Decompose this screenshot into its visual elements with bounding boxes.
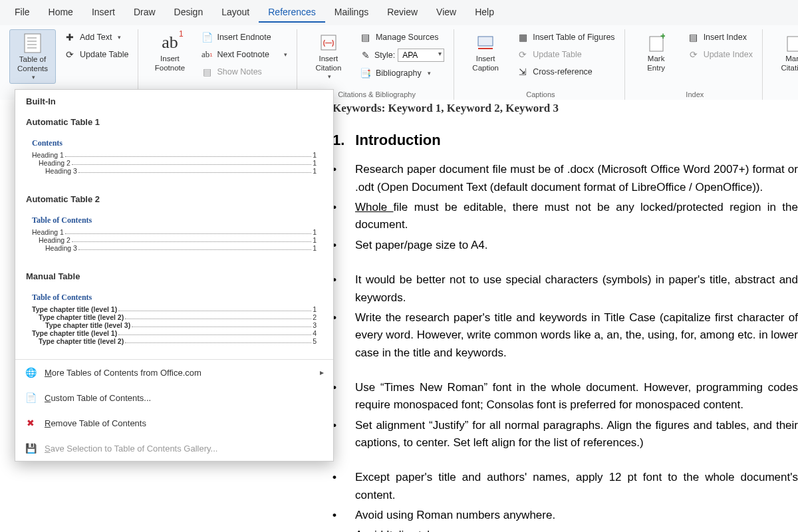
insert-index-button[interactable]: ▤Insert Index — [684, 29, 757, 45]
link-whole[interactable]: Whole — [355, 201, 394, 213]
mark-entry-button[interactable]: + Mark Entry — [633, 29, 680, 76]
tab-review[interactable]: Review — [378, 3, 427, 23]
svg-text:+: + — [660, 33, 665, 41]
chevron-down-icon: ▾ — [118, 34, 121, 41]
table-of-contents-button[interactable]: Table of Contents▾ — [9, 29, 56, 84]
toc-gallery-header: Built-In — [15, 90, 333, 112]
toc-item-auto2[interactable]: Automatic Table 2 Table of Contents Head… — [15, 189, 333, 266]
mark-entry-icon: + — [646, 32, 667, 53]
svg-text:(—): (—) — [323, 39, 334, 47]
sources-icon: ▤ — [360, 31, 372, 43]
index-icon: ▤ — [688, 31, 700, 43]
caption-icon — [475, 32, 496, 53]
globe-icon: 🌐 — [25, 366, 37, 378]
remove-icon: ✖ — [25, 417, 37, 429]
chevron-down-icon: ▾ — [284, 51, 287, 58]
citation-style-select[interactable] — [398, 49, 444, 62]
next-footnote-button[interactable]: ab1Next Footnote ▾ — [197, 47, 291, 63]
page-icon: 📄 — [25, 392, 37, 404]
toc-preview-auto2: Table of Contents Heading 11 Heading 21 … — [26, 211, 323, 257]
remove-toc-button[interactable]: ✖ Remove Table of Contents — [15, 410, 333, 436]
footnote-icon: ab1 — [159, 32, 180, 53]
citation-icon: (—) — [318, 32, 339, 53]
toc-dropdown-menu: Built-In Automatic Table 1 Contents Head… — [15, 89, 334, 462]
tab-home[interactable]: Home — [39, 3, 82, 23]
tab-insert[interactable]: Insert — [82, 3, 124, 23]
instruction-list: •Research paper document file must be of… — [332, 161, 798, 532]
bibliography-button[interactable]: 📑Bibliography▾ — [356, 65, 448, 81]
heading-introduction: 1. Introduction — [332, 129, 798, 152]
endnote-icon: 📄 — [201, 31, 213, 43]
cross-ref-icon: ⇲ — [517, 66, 529, 78]
save-toc-gallery-button: 💾 Save Selection to Table of Contents Ga… — [15, 436, 333, 461]
group-label: Index — [633, 90, 757, 98]
refresh-icon: ⟳ — [517, 49, 529, 61]
toc-item-auto1[interactable]: Automatic Table 1 Contents Heading 11 He… — [15, 112, 333, 189]
toc-icon — [22, 33, 43, 54]
group-captions: Insert Caption ▦Insert Table of Figures … — [457, 29, 624, 100]
tab-help[interactable]: Help — [466, 3, 503, 23]
update-index-button[interactable]: ⟳Update Index — [684, 47, 757, 63]
svg-rect-7 — [478, 37, 493, 46]
toc-button-label: Table of Contents — [17, 55, 48, 74]
insert-citation-button[interactable]: (—) Insert Citation▾ — [305, 29, 352, 82]
insert-table-figures-button[interactable]: ▦Insert Table of Figures — [513, 29, 618, 45]
tab-view[interactable]: View — [427, 3, 466, 23]
chevron-down-icon: ▾ — [32, 74, 35, 81]
tab-design[interactable]: Design — [165, 3, 213, 23]
document-body[interactable]: Keywords: Keyword 1, Keyword 2, Keyword … — [332, 100, 798, 532]
toc-preview-auto1: Contents Heading 11 Heading 21 Heading 3… — [26, 134, 323, 180]
update-table-button[interactable]: ⟳Update Table — [60, 47, 132, 63]
svg-rect-0 — [25, 34, 41, 53]
refresh-icon: ⟳ — [64, 49, 76, 61]
group-toa: + Mark Citation — [765, 29, 798, 100]
save-icon: 💾 — [25, 442, 37, 454]
add-text-button[interactable]: ✚Add Text▾ — [60, 29, 132, 45]
cross-reference-button[interactable]: ⇲Cross-reference — [513, 64, 618, 80]
update-caption-table-button[interactable]: ⟳Update Table — [513, 47, 618, 63]
tab-draw[interactable]: Draw — [124, 3, 165, 23]
tab-references[interactable]: References — [259, 3, 325, 23]
custom-toc-button[interactable]: 📄 Custom Table of Contents... — [15, 385, 333, 410]
tab-layout[interactable]: Layout — [212, 3, 259, 23]
svg-rect-11 — [787, 37, 798, 51]
chevron-right-icon: ▸ — [320, 368, 324, 377]
menubar: File Home Insert Draw Design Layout Refe… — [0, 0, 798, 25]
group-label: Captions — [462, 90, 618, 98]
refresh-icon: ⟳ — [688, 49, 700, 61]
chevron-down-icon: ▾ — [428, 70, 431, 76]
toc-preview-manual: Table of Contents Type chapter title (le… — [26, 288, 323, 350]
manage-sources-button[interactable]: ▤Manage Sources — [356, 29, 448, 45]
style-icon: ✎ — [360, 49, 372, 61]
style-select-row: ✎Style: — [356, 47, 448, 64]
next-footnote-icon: ab1 — [201, 49, 213, 61]
insert-caption-button[interactable]: Insert Caption — [462, 29, 509, 80]
chevron-down-icon: ▾ — [328, 73, 331, 80]
keywords-line: Keywords: Keyword 1, Keyword 2, Keyword … — [332, 100, 798, 117]
insert-endnote-button[interactable]: 📄Insert Endnote — [197, 29, 291, 45]
group-index: + Mark Entry ▤Insert Index ⟳Update Index… — [628, 29, 763, 100]
more-toc-office-button[interactable]: 🌐 More Tables of Contents from Office.co… — [15, 360, 333, 385]
tab-mailings[interactable]: Mailings — [325, 3, 378, 23]
bibliography-icon: 📑 — [360, 67, 372, 79]
figures-icon: ▦ — [517, 31, 529, 43]
show-notes-icon: ▤ — [201, 66, 213, 78]
toc-item-manual[interactable]: Manual Table Table of Contents Type chap… — [15, 266, 333, 359]
tab-file[interactable]: File — [5, 3, 39, 23]
insert-footnote-button[interactable]: ab1 Insert Footnote — [146, 29, 193, 80]
mark-citation-button[interactable]: + Mark Citation — [771, 29, 798, 76]
add-text-icon: ✚ — [64, 31, 76, 43]
show-notes-button[interactable]: ▤Show Notes — [197, 64, 291, 80]
mark-citation-icon: + — [783, 32, 798, 53]
